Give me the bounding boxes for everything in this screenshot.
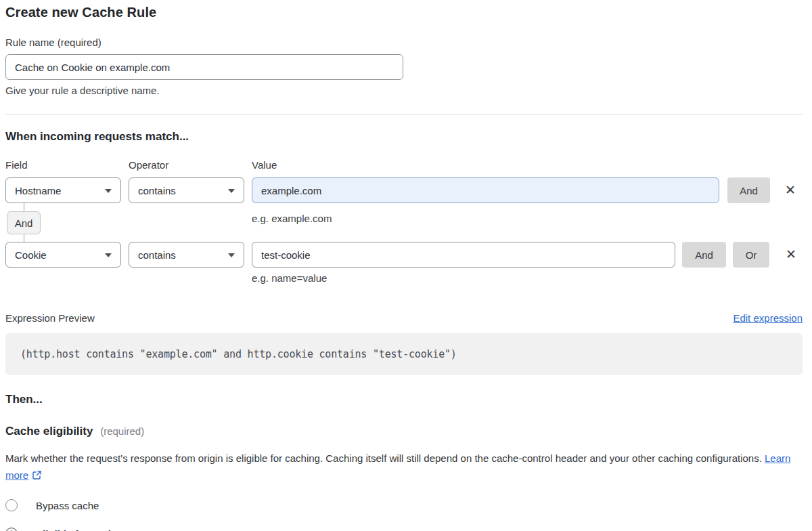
- edit-expression-link[interactable]: Edit expression: [733, 312, 803, 324]
- connector-and-button[interactable]: And: [7, 211, 41, 234]
- rule-name-label: Rule name (required): [5, 37, 803, 48]
- required-badge: (required): [100, 425, 144, 437]
- option-bypass-cache[interactable]: Bypass cache: [5, 499, 803, 511]
- and-button-row-1[interactable]: And: [727, 177, 770, 203]
- operator-select-2[interactable]: contains: [129, 242, 244, 268]
- and-button-row-2[interactable]: And: [682, 242, 726, 268]
- chevron-down-icon: [228, 253, 235, 257]
- chevron-down-icon: [105, 253, 112, 257]
- create-cache-rule-page: Create new Cache Rule Rule name (require…: [5, 0, 803, 531]
- condition-row-1: Hostname contains And ✕: [5, 177, 803, 203]
- connector-line-top: [24, 203, 24, 211]
- value-helper-2: e.g. name=value: [252, 272, 803, 284]
- value-input-2[interactable]: [252, 242, 675, 268]
- remove-condition-1-button[interactable]: ✕: [781, 177, 800, 203]
- option-label: Bypass cache: [36, 500, 99, 511]
- page-title: Create new Cache Rule: [5, 5, 803, 20]
- field-select-1[interactable]: Hostname: [5, 177, 121, 203]
- field-select-2-value: Cookie: [15, 249, 47, 261]
- remove-condition-2-button[interactable]: ✕: [782, 242, 800, 268]
- value-column-label: Value: [252, 159, 277, 171]
- expression-preview-label: Expression Preview: [5, 312, 95, 324]
- option-eligible-for-cache[interactable]: Eligible for cache: [5, 528, 803, 531]
- operator-select-1-value: contains: [138, 185, 176, 196]
- connector-line-bottom: [24, 234, 24, 242]
- expression-preview-header: Expression Preview Edit expression: [5, 312, 803, 324]
- value-helper-1: e.g. example.com: [252, 213, 332, 224]
- rule-name-input[interactable]: [5, 54, 403, 80]
- cache-eligibility-description: Mark whether the request’s response from…: [5, 450, 803, 484]
- then-heading: Then...: [5, 393, 803, 406]
- operator-column-label: Operator: [129, 159, 244, 171]
- cache-eligibility-heading: Cache eligibility (required): [5, 425, 803, 438]
- condition-column-labels: Field Operator Value: [5, 159, 803, 171]
- close-icon: ✕: [785, 183, 796, 197]
- description-text: Mark whether the request’s response from…: [5, 452, 765, 464]
- condition-connector: And: [7, 203, 41, 242]
- or-button-row-2[interactable]: Or: [733, 242, 769, 268]
- condition-row-2: Cookie contains And Or ✕: [5, 242, 803, 268]
- close-icon: ✕: [786, 247, 796, 261]
- field-select-1-value: Hostname: [15, 185, 61, 196]
- section-divider: [5, 114, 803, 115]
- field-select-2[interactable]: Cookie: [5, 242, 121, 268]
- radio-selected-icon[interactable]: [5, 528, 18, 531]
- chevron-down-icon: [105, 189, 112, 193]
- between-rows: And e.g. example.com: [5, 203, 803, 242]
- value-input-1[interactable]: [252, 177, 719, 203]
- match-heading: When incoming requests match...: [5, 130, 803, 144]
- option-label: Eligible for cache: [36, 528, 120, 531]
- radio-unselected-icon[interactable]: [5, 499, 18, 511]
- cache-eligibility-title: Cache eligibility: [5, 425, 93, 438]
- operator-select-2-value: contains: [138, 249, 176, 261]
- rule-name-helper: Give your rule a descriptive name.: [5, 85, 803, 96]
- expression-code-block: (http.host contains "example.com" and ht…: [5, 333, 803, 375]
- field-column-label: Field: [5, 159, 121, 171]
- operator-select-1[interactable]: contains: [129, 177, 244, 203]
- expression-code: (http.host contains "example.com" and ht…: [20, 348, 457, 360]
- chevron-down-icon: [228, 189, 235, 193]
- external-link-icon: [32, 470, 42, 480]
